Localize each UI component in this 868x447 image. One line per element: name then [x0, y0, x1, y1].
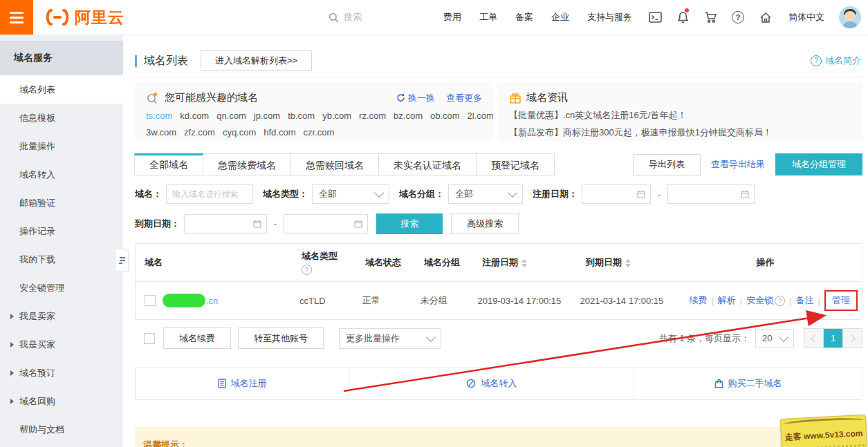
tab-renew-urgent[interactable]: 急需续费域名 [203, 153, 291, 175]
page-title: 域名列表 [144, 54, 188, 68]
reg-date-start-input[interactable] [582, 184, 651, 204]
more-batch-operations-select[interactable]: 更多批量操作 [339, 328, 441, 349]
cloudshell-icon[interactable] [641, 0, 669, 35]
reg-date-end-input[interactable] [667, 184, 755, 204]
suggested-domain[interactable]: rz.com [359, 111, 386, 121]
sidebar-item-my-downloads[interactable]: 我的下载 [0, 245, 123, 274]
refresh-domains-link[interactable]: 换一换 [396, 92, 435, 104]
cart-icon[interactable] [696, 0, 724, 35]
domain-search-input[interactable] [166, 184, 253, 204]
sidebar-item-buyer[interactable]: 我是买家 [0, 330, 123, 359]
advanced-search-button[interactable]: 高级搜索 [451, 213, 519, 234]
op-security-lock-link[interactable]: 安全锁? [746, 294, 785, 307]
nav-item-enterprise[interactable]: 企业 [542, 11, 578, 23]
row-checkbox[interactable] [145, 295, 156, 306]
register-domain-link[interactable]: 域名注册 [136, 368, 349, 399]
view-more-domains-link[interactable]: 查看更多 [446, 92, 482, 104]
tab-unverified[interactable]: 未实名认证域名 [378, 153, 477, 175]
tab-redeem-urgent[interactable]: 急需赎回域名 [290, 153, 379, 175]
domain-tabs: 全部域名 急需续费域名 急需赎回域名 未实名认证域名 预登记域名 [135, 153, 555, 175]
domain-intro-link[interactable]: ? 域名简介 [811, 55, 861, 67]
global-search[interactable]: 搜索 [329, 11, 362, 23]
nav-item-support[interactable]: 支持与服务 [578, 11, 641, 23]
tab-all-domains[interactable]: 全部域名 [134, 153, 203, 175]
sort-toggle-expdate[interactable] [625, 259, 631, 267]
batch-transfer-account-button[interactable]: 转至其他账号 [238, 327, 324, 349]
help-icon[interactable]: ? [724, 0, 752, 35]
domain-group-select[interactable]: 全部 [448, 184, 523, 204]
pagination: 1 [804, 328, 862, 348]
suggested-domain[interactable]: qn.com [216, 111, 246, 121]
sidebar-item-domain-preorder[interactable]: 域名预订 [0, 359, 123, 387]
op-resolve-link[interactable]: 解析 [718, 294, 736, 307]
prev-page-button[interactable] [804, 329, 823, 348]
sort-toggle-regdate[interactable] [521, 259, 527, 267]
language-switcher[interactable]: 简体中文 [779, 11, 833, 23]
suggested-domain[interactable]: hfd.com [264, 127, 295, 137]
select-all-checkbox[interactable] [144, 333, 155, 344]
sidebar-item-security-lock[interactable]: 安全锁管理 [0, 274, 123, 302]
group-manage-button[interactable]: 域名分组管理 [775, 153, 862, 175]
notice-title: 温馨提示： [143, 439, 188, 447]
brand-text: 阿里云 [75, 7, 124, 28]
search-button[interactable]: 搜索 [376, 213, 443, 234]
user-avatar[interactable] [839, 6, 861, 28]
sidebar-item-domain-buyback[interactable]: 域名回购 [0, 387, 123, 415]
exp-date-start-input[interactable] [184, 214, 267, 234]
page-size-select[interactable]: 20 [755, 329, 794, 348]
suggested-domain[interactable]: 2l.com [468, 111, 493, 121]
annotation-highlight-box: 管理 [824, 290, 858, 311]
suggested-domain[interactable]: czr.com [304, 127, 335, 137]
nav-item-billing[interactable]: 费用 [434, 11, 470, 23]
aliyun-logo[interactable]: 阿里云 [43, 7, 124, 28]
suggested-domain[interactable]: ob.com [430, 111, 460, 121]
nav-item-icp[interactable]: 备案 [506, 11, 542, 23]
news-line[interactable]: 【新品发布】商标注册300元起，极速申报最快1分钟提交商标局！ [509, 126, 851, 139]
domain-link[interactable]: .cn [206, 296, 218, 306]
nav-item-tickets[interactable]: 工单 [470, 11, 506, 23]
export-list-button[interactable]: 导出列表 [633, 154, 701, 175]
sidebar: 域名服务 域名列表 信息模板 批量操作 域名转入 邮箱验证 操作记录 我的下载 … [0, 35, 123, 447]
op-manage-link[interactable]: 管理 [832, 294, 850, 307]
suggested-domain[interactable]: cyq.com [223, 127, 256, 137]
sidebar-item-domain-list[interactable]: 域名列表 [0, 75, 123, 104]
suggested-domain[interactable]: yb.com [322, 111, 351, 121]
sidebar-title: 域名服务 [0, 41, 123, 75]
suggested-domains-row-2: 3w.com zfz.com cyq.com hfd.com czr.com [146, 127, 482, 137]
suggested-domain[interactable]: bz.com [394, 111, 423, 121]
date-range-separator: - [274, 218, 277, 229]
sidebar-item-operation-log[interactable]: 操作记录 [0, 217, 123, 245]
op-remark-link[interactable]: 备注 [796, 294, 814, 307]
question-circle-icon[interactable]: ? [302, 265, 312, 275]
domain-type-select[interactable]: 全部 [312, 184, 389, 204]
batch-renew-button[interactable]: 域名续费 [163, 327, 231, 349]
op-renew-link[interactable]: 续费 [689, 294, 707, 307]
sidebar-item-email-verify[interactable]: 邮箱验证 [0, 189, 123, 217]
sidebar-item-domain-transfer-in[interactable]: 域名转入 [0, 160, 123, 189]
suggested-domain[interactable]: ts.com [146, 111, 172, 121]
enter-dns-list-button[interactable]: 进入域名解析列表>> [201, 50, 312, 71]
news-line[interactable]: 【批量优惠】.cn英文域名注册16元/首年起！ [509, 109, 851, 122]
suggested-domain[interactable]: jp.com [254, 111, 280, 121]
view-export-result-link[interactable]: 查看导出结果 [711, 158, 765, 171]
sidebar-item-seller[interactable]: 我是卖家 [0, 302, 123, 330]
tab-preregistered[interactable]: 预登记域名 [476, 153, 555, 175]
next-page-button[interactable] [842, 329, 862, 348]
suggested-domain[interactable]: tb.com [288, 111, 315, 121]
watermark-sticker: 走客 www.5v13.com [780, 415, 867, 447]
sidebar-item-info-template[interactable]: 信息模板 [0, 104, 123, 132]
exp-date-end-input[interactable] [284, 214, 368, 234]
hamburger-menu-button[interactable] [0, 0, 33, 35]
filter-domain-label: 域名： [135, 188, 162, 200]
home-icon[interactable] [752, 0, 779, 35]
notifications-bell-icon[interactable] [669, 0, 696, 35]
buy-secondhand-domain-link[interactable]: 购买二手域名 [634, 368, 862, 399]
sidebar-item-help-docs[interactable]: 帮助与文档 [0, 415, 123, 444]
transfer-in-domain-link[interactable]: 域名转入 [349, 368, 634, 399]
suggested-domain[interactable]: zfz.com [184, 127, 215, 137]
sidebar-item-batch-operation[interactable]: 批量操作 [0, 132, 123, 160]
current-page-button[interactable]: 1 [823, 329, 842, 348]
suggested-domain[interactable]: 3w.com [146, 127, 176, 137]
suggested-domain[interactable]: kd.com [180, 111, 209, 121]
sidebar-collapse-handle[interactable] [116, 249, 129, 272]
